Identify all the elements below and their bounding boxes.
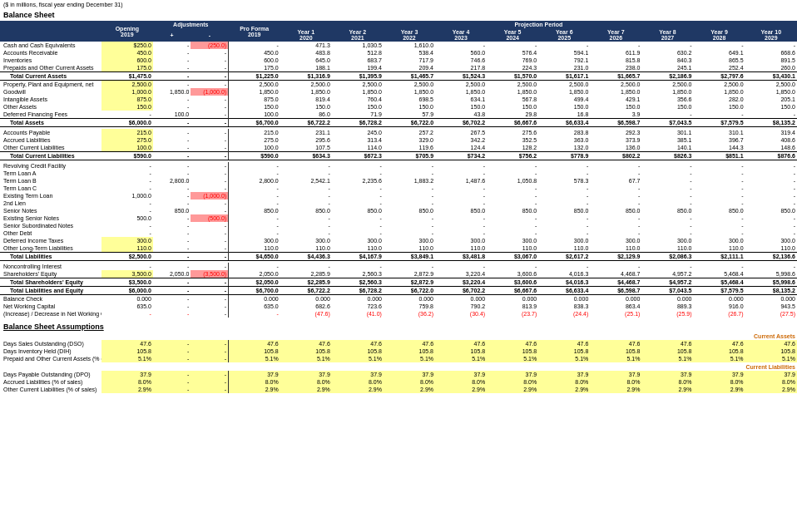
assumptions-cell: 105.8 <box>384 347 435 355</box>
cell-value: $6,702.2 <box>435 287 487 295</box>
table-row: Total Shareholders' Equity$3,500.0--$2,0… <box>0 278 797 287</box>
row-label: Accounts Receivable <box>0 49 101 57</box>
row-label: Property, Plant and Equipment, net <box>0 81 101 89</box>
col-y8: Year 82027 <box>641 28 693 42</box>
cell-value: 3,600.6 <box>487 270 538 278</box>
cell-value: - <box>694 42 745 49</box>
cell-value: $6,598.7 <box>590 119 641 127</box>
cell-value: - <box>153 287 191 295</box>
table-row: Net Working Capital635.0--635.0682.6723.… <box>0 303 797 310</box>
assumptions-cell: 5.1% <box>538 355 590 362</box>
cell-value: 300.0 <box>694 237 745 244</box>
cell-value: 2,285.9 <box>280 270 332 278</box>
cell-value: $1,570.0 <box>487 72 538 81</box>
cell-value: 850.0 <box>435 207 487 214</box>
header-note: ($ in millions, fiscal year ending Decem… <box>0 0 797 9</box>
cell-value: $3,500.0 <box>101 278 153 287</box>
cell-value: - <box>538 162 590 170</box>
cell-value: 499.4 <box>538 96 590 103</box>
cell-value: - <box>694 263 745 270</box>
cell-value: - <box>191 287 228 295</box>
cell-value: - <box>694 222 745 229</box>
table-row: Shareholders' Equity3,500.02,050.0(3,500… <box>0 270 797 278</box>
cell-value: 450.0 <box>101 49 153 57</box>
cell-value: 205.1 <box>745 96 797 103</box>
cell-value: 538.4 <box>384 49 435 57</box>
assumptions-cell: 37.9 <box>435 371 487 378</box>
cell-value: 260.0 <box>745 64 797 72</box>
cell-value: - <box>745 263 797 270</box>
assumptions-cell: 2.9% <box>280 386 332 393</box>
cell-value: - <box>191 310 228 318</box>
cell-value: - <box>153 192 191 200</box>
cell-value: 282.0 <box>694 96 745 103</box>
cell-value: $6,722.2 <box>280 119 332 127</box>
cell-value: - <box>538 170 590 177</box>
cell-value: - <box>153 162 191 170</box>
cell-value: $8,135.2 <box>745 119 797 127</box>
cell-value: - <box>280 162 332 170</box>
cell-value: (26.7) <box>694 310 745 318</box>
cell-value: $802.2 <box>590 152 641 160</box>
cell-value: - <box>280 214 332 222</box>
cell-value: $8,135.2 <box>745 287 797 295</box>
assumptions-cell: 47.6 <box>745 340 797 347</box>
cell-value: - <box>153 64 191 72</box>
cell-value: $7,579.5 <box>694 119 745 127</box>
cell-value: - <box>435 200 487 207</box>
cell-value: $7,579.5 <box>694 287 745 295</box>
cell-value: - <box>590 263 641 270</box>
cell-value: - <box>745 162 797 170</box>
col-y4: Year 42023 <box>435 28 487 42</box>
cell-value: 188.1 <box>280 64 332 72</box>
assumptions-cell: 47.6 <box>694 340 745 347</box>
assumptions-cell: 37.9 <box>745 371 797 378</box>
table-row: Total Assets$6,000.0--$6,700.0$6,722.2$6… <box>0 119 797 127</box>
cell-value: 0.000 <box>538 295 590 303</box>
cell-value: 300.0 <box>641 237 693 244</box>
assumptions-cell: - <box>153 386 191 393</box>
assumptions-label: Other Current Liabilities (% of sales) <box>0 386 101 393</box>
cell-value: - <box>280 222 332 229</box>
cell-value: 252.4 <box>694 64 745 72</box>
cell-value: - <box>153 200 191 207</box>
cell-value: 889.3 <box>641 303 693 310</box>
assumptions-cell: - <box>191 378 228 386</box>
cell-value: 0.000 <box>694 295 745 303</box>
cell-value: - <box>641 214 693 222</box>
row-label: Term Loan C <box>0 185 101 192</box>
assumptions-cell: 37.9 <box>694 371 745 378</box>
cell-value: - <box>641 42 693 49</box>
cell-value: 2,872.9 <box>384 270 435 278</box>
cell-value: $6,633.4 <box>538 287 590 295</box>
cell-value: - <box>191 57 228 64</box>
cell-value: 110.0 <box>384 244 435 253</box>
cell-value: - <box>191 222 228 229</box>
cell-value: 2,050.0 <box>153 270 191 278</box>
cell-value: 150.0 <box>694 103 745 111</box>
cell-value: 124.4 <box>435 144 487 152</box>
cell-value: - <box>153 119 191 127</box>
cell-value: - <box>191 152 228 160</box>
cell-value: 759.8 <box>384 303 435 310</box>
cell-value: 215.0 <box>229 129 280 136</box>
cell-value: - <box>384 229 435 237</box>
table-row: 2nd Lien-------------- <box>0 200 797 207</box>
cell-value: $1,316.9 <box>280 72 332 81</box>
cell-value: 863.4 <box>590 303 641 310</box>
cell-value: - <box>694 229 745 237</box>
cell-value: - <box>153 129 191 136</box>
cell-value: (23.7) <box>487 310 538 318</box>
cell-value: 813.9 <box>487 303 538 310</box>
cell-value: 319.4 <box>745 129 797 136</box>
assumptions-cell: 105.8 <box>745 347 797 355</box>
cell-value: 2,500.0 <box>487 81 538 89</box>
table-row: Balance Check0.000--0.0000.0000.0000.000… <box>0 295 797 303</box>
assumptions-cell: - <box>153 378 191 386</box>
cell-value: - <box>101 170 153 177</box>
cell-value: - <box>280 229 332 237</box>
cell-value: - <box>332 214 384 222</box>
cell-value: $826.3 <box>641 152 693 160</box>
cell-value: 1,850.0 <box>694 88 745 96</box>
cell-value: - <box>332 200 384 207</box>
